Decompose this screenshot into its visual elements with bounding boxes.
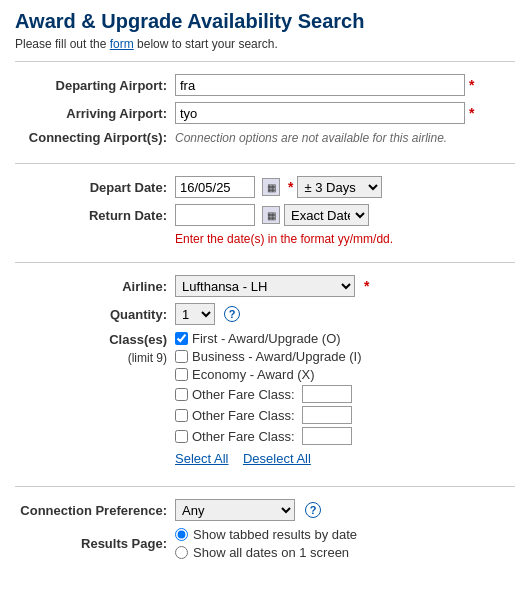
- airline-select[interactable]: Lufthansa - LH Air France - AF British A…: [175, 275, 355, 297]
- select-all-link[interactable]: Select All: [175, 451, 228, 466]
- classes-label: Class(es)(limit 9): [15, 331, 175, 445]
- connecting-airport-label: Connecting Airport(s):: [15, 130, 175, 145]
- results-tabbed-row: Show tabbed results by date: [175, 527, 357, 542]
- airline-label: Airline:: [15, 279, 175, 294]
- class-label-other3: Other Fare Class:: [192, 429, 295, 444]
- arriving-airport-label: Arriving Airport:: [15, 106, 175, 121]
- quantity-select[interactable]: 123 456 789: [175, 303, 215, 325]
- departing-required-star: *: [469, 77, 474, 93]
- return-date-row: Return Date: ▦ Exact Date ± 1 Day ± 2 Da…: [15, 204, 515, 226]
- departing-airport-label: Departing Airport:: [15, 78, 175, 93]
- class-row-business: Business - Award/Upgrade (I): [175, 349, 362, 364]
- departing-airport-row: Departing Airport: *: [15, 74, 515, 96]
- classes-list: First - Award/Upgrade (O) Business - Awa…: [175, 331, 362, 445]
- deselect-all-link[interactable]: Deselect All: [243, 451, 311, 466]
- results-all-label: Show all dates on 1 screen: [193, 545, 353, 560]
- airline-required-star: *: [364, 278, 369, 294]
- results-page-radio-group: Show tabbed results by date Show all dat…: [175, 527, 357, 560]
- quantity-row: Quantity: 123 456 789 ?: [15, 303, 515, 325]
- quantity-help-icon[interactable]: ?: [224, 306, 240, 322]
- arriving-airport-input[interactable]: [175, 102, 465, 124]
- class-row-economy: Economy - Award (X): [175, 367, 362, 382]
- other-fare-input-1[interactable]: [302, 385, 352, 403]
- class-checkbox-other1[interactable]: [175, 388, 188, 401]
- classes-section: Class(es)(limit 9) First - Award/Upgrade…: [15, 331, 515, 445]
- connection-help-icon[interactable]: ?: [305, 502, 321, 518]
- class-checkbox-economy[interactable]: [175, 368, 188, 381]
- days-select[interactable]: ± 3 Days Exact Date ± 1 Day ± 2 Days ± 4…: [297, 176, 382, 198]
- form-link[interactable]: form: [110, 37, 134, 51]
- class-label-other1: Other Fare Class:: [192, 387, 295, 402]
- results-all-row: Show all dates on 1 screen: [175, 545, 357, 560]
- results-page-row: Results Page: Show tabbed results by dat…: [15, 527, 515, 560]
- other-fare-input-3[interactable]: [302, 427, 352, 445]
- connection-preference-label: Connection Preference:: [15, 503, 175, 518]
- depart-required-star: *: [288, 179, 293, 195]
- connection-preference-row: Connection Preference: Any Non-stop 1 st…: [15, 499, 515, 521]
- class-row-other1: Other Fare Class:: [175, 385, 362, 403]
- exact-select[interactable]: Exact Date ± 1 Day ± 2 Days ± 3 Days: [284, 204, 369, 226]
- page-title: Award & Upgrade Availability Search: [15, 10, 515, 33]
- results-page-label: Results Page:: [15, 536, 175, 551]
- classes-sublabel: (limit 9): [128, 351, 167, 365]
- date-hint: Enter the date(s) in the format yy/mm/dd…: [175, 232, 515, 246]
- other-fare-input-2[interactable]: [302, 406, 352, 424]
- return-calendar-icon[interactable]: ▦: [262, 206, 280, 224]
- depart-calendar-icon[interactable]: ▦: [262, 178, 280, 196]
- departing-airport-input[interactable]: [175, 74, 465, 96]
- class-checkbox-other3[interactable]: [175, 430, 188, 443]
- arriving-airport-row: Arriving Airport: *: [15, 102, 515, 124]
- depart-date-input[interactable]: [175, 176, 255, 198]
- class-checkbox-first[interactable]: [175, 332, 188, 345]
- class-label-economy: Economy - Award (X): [192, 367, 315, 382]
- class-row-other2: Other Fare Class:: [175, 406, 362, 424]
- arriving-required-star: *: [469, 105, 474, 121]
- class-label-first: First - Award/Upgrade (O): [192, 331, 341, 346]
- results-tabbed-label: Show tabbed results by date: [193, 527, 357, 542]
- results-all-radio[interactable]: [175, 546, 188, 559]
- class-row-first: First - Award/Upgrade (O): [175, 331, 362, 346]
- connection-preference-select[interactable]: Any Non-stop 1 stop 2 stops: [175, 499, 295, 521]
- class-label-other2: Other Fare Class:: [192, 408, 295, 423]
- quantity-label: Quantity:: [15, 307, 175, 322]
- return-date-input[interactable]: [175, 204, 255, 226]
- connecting-note: Connection options are not available for…: [175, 131, 447, 145]
- results-tabbed-radio[interactable]: [175, 528, 188, 541]
- class-checkbox-other2[interactable]: [175, 409, 188, 422]
- depart-date-label: Depart Date:: [15, 180, 175, 195]
- select-deselect-links: Select All Deselect All: [175, 451, 515, 466]
- depart-date-row: Depart Date: ▦ * ± 3 Days Exact Date ± 1…: [15, 176, 515, 198]
- airline-row: Airline: Lufthansa - LH Air France - AF …: [15, 275, 515, 297]
- class-label-business: Business - Award/Upgrade (I): [192, 349, 362, 364]
- class-row-other3: Other Fare Class:: [175, 427, 362, 445]
- subtitle: Please fill out the form below to start …: [15, 37, 515, 51]
- return-date-label: Return Date:: [15, 208, 175, 223]
- connecting-airport-row: Connecting Airport(s): Connection option…: [15, 130, 515, 145]
- class-checkbox-business[interactable]: [175, 350, 188, 363]
